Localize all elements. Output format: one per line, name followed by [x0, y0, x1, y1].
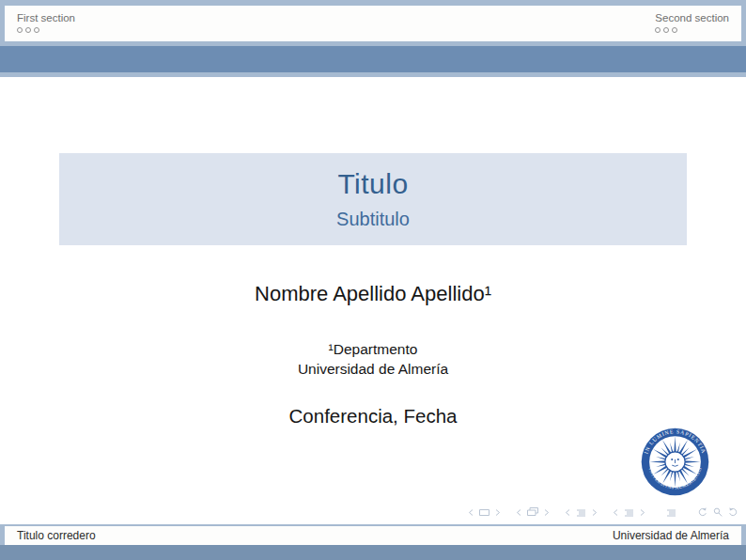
- conference-date: Conferencia, Fecha: [0, 405, 746, 428]
- frame-icon[interactable]: [526, 506, 539, 518]
- nav-group-slide: [467, 507, 502, 518]
- miniframe-dot[interactable]: [663, 27, 669, 33]
- nav-group-section: [612, 507, 646, 518]
- slide-icon[interactable]: [478, 507, 490, 518]
- presentation-subtitle: Subtitulo: [59, 209, 687, 230]
- miniframe-dot[interactable]: [34, 27, 39, 33]
- university-seal-logo: IN LUMINE SAPIENTIA VNIVERSITAS ALMERIEN…: [641, 428, 709, 496]
- nav-group-frame: [515, 506, 551, 518]
- section-link-first[interactable]: First section: [17, 12, 75, 23]
- miniframe-dot[interactable]: [17, 27, 23, 33]
- miniframe-dots-second: [655, 27, 729, 33]
- subsection-icon[interactable]: [575, 507, 587, 518]
- section-icon[interactable]: [623, 507, 635, 518]
- nav-group-history: [696, 506, 739, 518]
- headline-bar: First section Second section: [5, 6, 741, 41]
- appendix-icon[interactable]: [665, 507, 677, 518]
- next-subsection-icon[interactable]: [591, 507, 598, 518]
- section-nav-second: Second section: [655, 12, 729, 41]
- prev-subsection-icon[interactable]: [564, 507, 571, 518]
- find-icon[interactable]: [712, 506, 723, 518]
- header-right-band: [741, 0, 746, 41]
- section-nav-first: First section: [17, 12, 75, 41]
- miniframe-dot[interactable]: [25, 27, 31, 33]
- nav-group-subsection: [564, 507, 598, 518]
- beamer-navigation-bar: [454, 506, 739, 518]
- beamer-title-slide: First section Second section Titulo Subt…: [0, 0, 746, 560]
- institute-block: ¹Departmento Universidad de Almería: [0, 339, 746, 379]
- institute-university: Universidad de Almería: [0, 359, 746, 379]
- section-link-second[interactable]: Second section: [655, 12, 729, 23]
- prev-section-icon[interactable]: [612, 507, 619, 518]
- forward-icon[interactable]: [727, 506, 739, 518]
- miniframe-dots-first: [17, 27, 75, 33]
- presentation-title: Titulo: [59, 168, 687, 200]
- prev-slide-icon[interactable]: [467, 507, 474, 518]
- footer-institution: Universidad de Almería: [613, 529, 729, 542]
- title-block: Titulo Subtitulo: [59, 153, 687, 245]
- next-frame-icon[interactable]: [543, 507, 551, 518]
- frame-title-bar: [0, 41, 746, 77]
- prev-frame-icon[interactable]: [515, 507, 522, 518]
- author-name: Nombre Apellido Apellido¹: [0, 282, 746, 306]
- miniframe-dot[interactable]: [672, 27, 677, 33]
- institute-department: ¹Departmento: [0, 339, 746, 359]
- next-section-icon[interactable]: [639, 507, 646, 518]
- footer-right-band: [741, 524, 746, 545]
- nav-group-appendix: [665, 507, 677, 518]
- footer-short-title: Titulo corredero: [17, 529, 96, 542]
- next-slide-icon[interactable]: [494, 507, 502, 518]
- miniframe-dot[interactable]: [655, 27, 661, 33]
- bottom-accent-bar: [0, 545, 746, 560]
- footer-bar: Titulo corredero Universidad de Almería: [5, 526, 741, 545]
- back-icon[interactable]: [696, 506, 708, 518]
